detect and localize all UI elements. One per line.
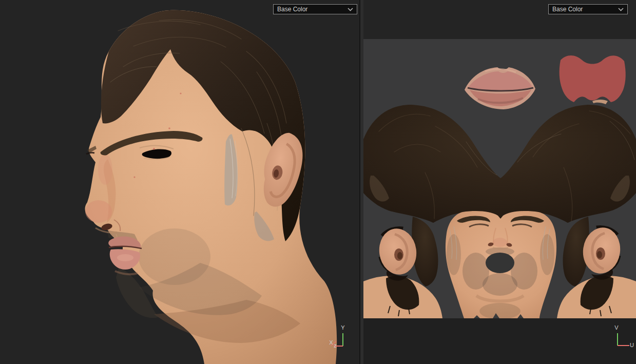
left-map-selector-value: Base Color <box>277 6 307 13</box>
panel-splitter[interactable] <box>359 0 363 364</box>
left-map-selector[interactable]: Base Color <box>273 4 357 14</box>
uv-viewport[interactable]: Base Color V U <box>363 0 636 364</box>
right-map-selector[interactable]: Base Color <box>548 4 628 14</box>
chevron-down-icon <box>618 8 624 11</box>
chevron-down-icon <box>348 8 353 11</box>
v-axis-label: V <box>614 324 619 331</box>
3d-viewport[interactable]: Base Color Y X z <box>0 0 359 364</box>
mouth-hole <box>486 253 514 273</box>
uv-axis-gizmo: V U <box>597 322 636 353</box>
texture-viewer-app: Base Color Y X z <box>0 0 636 364</box>
head-3d-render <box>0 0 359 364</box>
uv-texture-map <box>363 39 636 318</box>
right-map-selector-value: Base Color <box>552 6 583 13</box>
face-island <box>446 211 556 318</box>
u-axis-label: U <box>630 342 634 348</box>
